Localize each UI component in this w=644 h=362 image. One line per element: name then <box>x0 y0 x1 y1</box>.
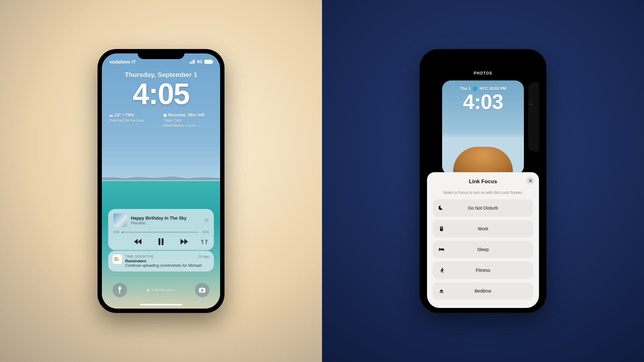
lockscreen-preview[interactable]: Thu 1 🌐 NYC 10:03 PM 4:03 <box>442 80 524 175</box>
home-indicator[interactable] <box>140 304 182 305</box>
focus-label: Bedtime <box>433 288 533 293</box>
notification-count[interactable]: 1 Notification <box>147 288 175 293</box>
focus-item-do-not-disturb[interactable]: Do Not Disturb <box>433 199 533 217</box>
forward-button[interactable] <box>180 238 188 246</box>
focus-label: Fitness <box>433 268 533 273</box>
notification-age: 2h ago <box>198 255 209 258</box>
flashlight-button[interactable] <box>113 283 127 297</box>
album-art[interactable] <box>113 213 127 227</box>
scrubber[interactable] <box>122 232 198 233</box>
lock-time: 4:05 <box>133 80 189 108</box>
carrier-label: vodafone IT <box>109 59 136 64</box>
cellular-signal-icon <box>190 59 195 64</box>
editor-header: PHOTOS <box>424 71 542 75</box>
focus-item-bedtime[interactable]: Bedtime <box>433 282 533 300</box>
close-button[interactable] <box>526 177 535 185</box>
time-sensitive-tag: TIME SENSITIVE <box>125 255 154 258</box>
dot-icon <box>147 289 149 291</box>
sheet-title: Link Focus <box>433 178 533 185</box>
podcast-widget[interactable]: ◉Resume, 56m left Triple Click What Make… <box>163 112 213 128</box>
sheet-subtitle: Select a Focus to turn on with this Lock… <box>433 190 533 195</box>
focus-label: Sleep <box>433 247 533 252</box>
pause-button[interactable] <box>157 238 165 246</box>
preview-time: 4:03 <box>442 91 524 112</box>
notch <box>137 49 185 59</box>
next-lockscreen-peek[interactable]: ○Fi <box>528 82 539 151</box>
reminder-body: Continue uploading screenshots for Micha… <box>125 263 209 268</box>
focus-item-fitness[interactable]: Fitness <box>433 261 533 279</box>
weather-widget[interactable]: ☁︎23° • 79% Overcast for the hour. <box>109 112 159 128</box>
network-label: 4G <box>197 59 203 64</box>
phone-frame-right: PHOTOS ○Fi Thu 1 🌐 NYC 10:03 PM 4:03 Lin… <box>419 49 547 313</box>
battery-icon <box>204 60 213 64</box>
camera-button[interactable] <box>195 283 209 297</box>
focus-item-work[interactable]: Work <box>433 220 533 238</box>
notch <box>459 49 507 59</box>
elapsed-time: 0:05 <box>113 230 119 234</box>
focus-item-sleep[interactable]: Sleep <box>433 241 533 258</box>
lockscreen-editor[interactable]: PHOTOS ○Fi Thu 1 🌐 NYC 10:03 PM 4:03 Lin… <box>424 53 542 309</box>
widget-row: ☁︎23° • 79% Overcast for the hour. ◉Resu… <box>109 112 213 128</box>
reminder-notification[interactable]: TIME SENSITIVE 2h ago Reminders Continue… <box>108 251 214 272</box>
reminders-app-icon <box>113 255 122 264</box>
focus-list: Do Not DisturbWorkSleepFitnessBedtime <box>433 199 533 300</box>
remaining-time: −5:04 <box>201 230 209 234</box>
track-artist: Placebo <box>131 221 201 225</box>
focus-label: Do Not Disturb <box>433 206 533 211</box>
focus-label: Work <box>433 226 533 231</box>
waveform-icon[interactable]: ⦀⦀ <box>204 217 209 223</box>
podcast-icon: ◉ <box>163 112 167 118</box>
phone-frame-left: vodafone IT 4G Thursday, September 1 4:0… <box>97 49 225 313</box>
now-playing-card[interactable]: Happy Birthday In The Sky Placebo ⦀⦀ 0:0… <box>108 209 214 250</box>
preview-dog-photo <box>453 147 513 175</box>
rewind-button[interactable] <box>134 238 142 246</box>
reminder-app-name: Reminders <box>125 259 209 263</box>
airpods-icon[interactable] <box>201 239 208 246</box>
link-focus-sheet: Link Focus Select a Focus to turn on wit… <box>427 172 539 308</box>
lock-screen[interactable]: vodafone IT 4G Thursday, September 1 4:0… <box>102 53 220 309</box>
track-title: Happy Birthday In The Sky <box>131 216 201 221</box>
cloud-icon: ☁︎ <box>109 112 113 118</box>
